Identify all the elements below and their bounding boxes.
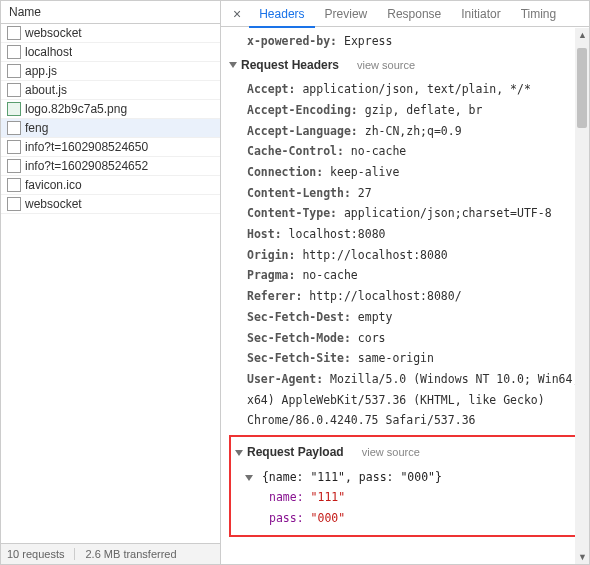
chevron-down-icon bbox=[245, 475, 253, 481]
status-bar: 10 requests 2.6 MB transferred bbox=[1, 543, 220, 564]
tab-timing[interactable]: Timing bbox=[511, 2, 567, 26]
name-column-header[interactable]: Name bbox=[1, 1, 220, 24]
payload-key: pass: bbox=[269, 511, 311, 525]
document-file-icon bbox=[7, 64, 21, 78]
view-source-link[interactable]: view source bbox=[357, 56, 415, 76]
header-key: Sec-Fetch-Site: bbox=[247, 351, 358, 365]
header-key: User-Agent: bbox=[247, 372, 330, 386]
request-item[interactable]: favicon.ico bbox=[1, 176, 220, 195]
request-name: feng bbox=[25, 121, 48, 135]
document-file-icon bbox=[7, 178, 21, 192]
request-name: logo.82b9c7a5.png bbox=[25, 102, 127, 116]
scrollbar[interactable]: ▲ ▼ bbox=[575, 28, 589, 564]
header-row: Content-Type: application/json;charset=U… bbox=[229, 203, 589, 224]
header-key: Sec-Fetch-Dest: bbox=[247, 310, 358, 324]
request-name: localhost bbox=[25, 45, 72, 59]
chevron-down-icon bbox=[229, 62, 237, 68]
header-value: 27 bbox=[358, 186, 372, 200]
payload-key: name: bbox=[269, 490, 311, 504]
section-title: Request Headers bbox=[241, 55, 339, 77]
scroll-up-icon[interactable]: ▲ bbox=[578, 30, 587, 40]
header-value: application/json, text/plain, */* bbox=[302, 82, 530, 96]
request-payload-section[interactable]: Request Payload view source bbox=[235, 439, 577, 467]
document-file-icon bbox=[7, 83, 21, 97]
document-file-icon bbox=[7, 140, 21, 154]
header-key: Connection: bbox=[247, 165, 330, 179]
header-value: application/json;charset=UTF-8 bbox=[344, 206, 552, 220]
document-file-icon bbox=[7, 197, 21, 211]
payload-value: "000" bbox=[311, 511, 346, 525]
request-item[interactable]: websocket bbox=[1, 195, 220, 214]
request-name: websocket bbox=[25, 197, 82, 211]
request-name: app.js bbox=[25, 64, 57, 78]
request-payload-highlighted: Request Payload view source {name: "111"… bbox=[229, 435, 583, 537]
devtools-network-panel: Name websocketlocalhostapp.jsabout.jslog… bbox=[1, 1, 589, 564]
header-row: Connection: keep-alive bbox=[229, 162, 589, 183]
tab-initiator[interactable]: Initiator bbox=[451, 2, 510, 26]
details-panel: × HeadersPreviewResponseInitiatorTiming … bbox=[221, 1, 589, 564]
header-row: Host: localhost:8080 bbox=[229, 224, 589, 245]
request-name: favicon.ico bbox=[25, 178, 82, 192]
request-item[interactable]: info?t=1602908524650 bbox=[1, 138, 220, 157]
request-item[interactable]: about.js bbox=[1, 81, 220, 100]
header-row: Origin: http://localhost:8080 bbox=[229, 245, 589, 266]
header-row: Pragma: no-cache bbox=[229, 265, 589, 286]
header-key: Content-Length: bbox=[247, 186, 358, 200]
header-key: Accept-Language: bbox=[247, 124, 365, 138]
tab-preview[interactable]: Preview bbox=[315, 2, 378, 26]
request-headers-section[interactable]: Request Headers view source bbox=[229, 52, 589, 80]
requests-count: 10 requests bbox=[7, 548, 64, 560]
request-item[interactable]: localhost bbox=[1, 43, 220, 62]
header-row: Cache-Control: no-cache bbox=[229, 141, 589, 162]
header-value: http://localhost:8080 bbox=[302, 248, 447, 262]
section-title: Request Payload bbox=[247, 442, 344, 464]
tab-headers[interactable]: Headers bbox=[249, 2, 314, 28]
tab-response[interactable]: Response bbox=[377, 2, 451, 26]
document-file-icon bbox=[7, 45, 21, 59]
headers-content: x-powered-by: Express Request Headers vi… bbox=[221, 27, 589, 564]
request-list-panel: Name websocketlocalhostapp.jsabout.jslog… bbox=[1, 1, 221, 564]
header-value: no-cache bbox=[351, 144, 406, 158]
request-item[interactable]: websocket bbox=[1, 24, 220, 43]
header-key: Accept-Encoding: bbox=[247, 103, 365, 117]
request-list: websocketlocalhostapp.jsabout.jslogo.82b… bbox=[1, 24, 220, 543]
scroll-down-icon[interactable]: ▼ bbox=[578, 552, 587, 562]
header-row: Referer: http://localhost:8080/ bbox=[229, 286, 589, 307]
header-row: Content-Length: 27 bbox=[229, 183, 589, 204]
request-item[interactable]: logo.82b9c7a5.png bbox=[1, 100, 220, 119]
request-item[interactable]: app.js bbox=[1, 62, 220, 81]
header-row: Accept-Language: zh-CN,zh;q=0.9 bbox=[229, 121, 589, 142]
request-name: websocket bbox=[25, 26, 82, 40]
request-item[interactable]: info?t=1602908524652 bbox=[1, 157, 220, 176]
document-file-icon bbox=[7, 121, 21, 135]
payload-row: name: "111" bbox=[235, 487, 577, 508]
chevron-down-icon bbox=[235, 450, 243, 456]
header-key: Referer: bbox=[247, 289, 309, 303]
header-value: keep-alive bbox=[330, 165, 399, 179]
close-icon[interactable]: × bbox=[225, 6, 249, 22]
header-row: Sec-Fetch-Mode: cors bbox=[229, 328, 589, 349]
header-value: no-cache bbox=[302, 268, 357, 282]
header-value: same-origin bbox=[358, 351, 434, 365]
payload-value: "111" bbox=[311, 490, 346, 504]
header-value: http://localhost:8080/ bbox=[309, 289, 461, 303]
header-value: gzip, deflate, br bbox=[365, 103, 483, 117]
details-tabs: × HeadersPreviewResponseInitiatorTiming bbox=[221, 1, 589, 27]
header-key: Origin: bbox=[247, 248, 302, 262]
scrollbar-thumb[interactable] bbox=[577, 48, 587, 128]
request-item[interactable]: feng bbox=[1, 119, 220, 138]
header-value: localhost:8080 bbox=[289, 227, 386, 241]
header-key: Pragma: bbox=[247, 268, 302, 282]
header-value: Express bbox=[344, 34, 392, 48]
view-source-link[interactable]: view source bbox=[362, 443, 420, 463]
transferred-size: 2.6 MB transferred bbox=[74, 548, 176, 560]
header-row: Sec-Fetch-Site: same-origin bbox=[229, 348, 589, 369]
request-name: info?t=1602908524652 bbox=[25, 159, 148, 173]
document-file-icon bbox=[7, 159, 21, 173]
header-row: Accept: application/json, text/plain, */… bbox=[229, 79, 589, 100]
request-name: info?t=1602908524650 bbox=[25, 140, 148, 154]
header-row: Sec-Fetch-Dest: empty bbox=[229, 307, 589, 328]
header-row: x-powered-by: Express bbox=[229, 31, 589, 52]
payload-object[interactable]: {name: "111", pass: "000"} bbox=[235, 467, 577, 488]
header-key: Content-Type: bbox=[247, 206, 344, 220]
